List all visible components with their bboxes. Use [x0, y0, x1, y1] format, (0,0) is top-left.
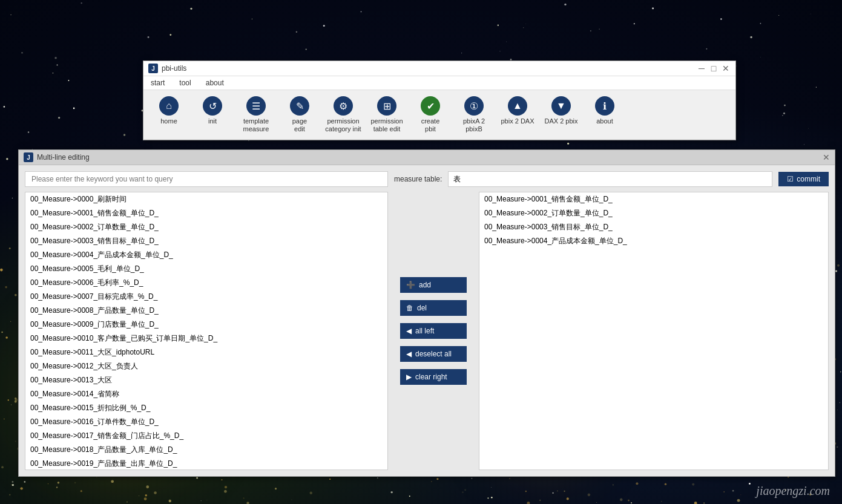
commit-button[interactable]: ☑ commit — [778, 172, 829, 186]
dialog-icon: J — [24, 152, 33, 162]
app-title: pbi-utils — [162, 64, 186, 73]
add-label: add — [419, 281, 431, 289]
menu-bar: start tool about — [143, 76, 735, 90]
list-item[interactable]: 00_Measure->0016_订单件数_单位_D_ — [25, 415, 387, 429]
list-item[interactable]: 00_Measure->0000_刷新时间 — [25, 192, 387, 206]
toolbar-init-label: init — [208, 117, 217, 125]
deselect-all-icon: ◀ — [406, 350, 412, 358]
del-button[interactable]: 🗑 del — [400, 300, 467, 316]
toolbar-page-edit-label: page edit — [292, 117, 307, 133]
clear-right-icon: ▶ — [406, 373, 412, 381]
list-item[interactable]: 00_Measure->0011_大区_idphotoURL — [25, 345, 387, 359]
toolbar-pbix2DAX-label: pbix 2 DAX — [501, 117, 534, 125]
panels-row: 00_Measure->0000_刷新时间00_Measure->0001_销售… — [25, 192, 829, 470]
all-left-button[interactable]: ◀ all left — [400, 323, 467, 339]
home-icon: ⌂ — [159, 96, 179, 116]
right-panel[interactable]: 00_Measure->0001_销售金额_单位_D_00_Measure->0… — [479, 192, 829, 470]
template-measure-icon: ☰ — [246, 96, 266, 116]
menu-tool[interactable]: tool — [177, 77, 193, 88]
left-panel[interactable]: 00_Measure->0000_刷新时间00_Measure->0001_销售… — [25, 192, 388, 470]
list-item[interactable]: 00_Measure->0003_销售目标_单位_D_ — [479, 220, 828, 234]
add-button[interactable]: ➕ add — [400, 277, 467, 293]
dialog-window: J Multi-line editing ✕ measure table: ☑ … — [18, 149, 835, 477]
dialog-title-bar: J Multi-line editing ✕ — [19, 150, 835, 165]
minimize-button[interactable]: ─ — [697, 64, 706, 73]
add-icon: ➕ — [406, 281, 415, 289]
list-item[interactable]: 00_Measure->0010_客户数量_已购买_订单日期_单位_D_ — [25, 332, 387, 345]
toolbar-template-measure-button[interactable]: ☰ template measure — [235, 94, 277, 136]
toolbar-permission-table-edit-label: permission table edit — [370, 117, 403, 133]
middle-panel: ➕ add 🗑 del ◀ all left ◀ deselect all ▶ — [394, 192, 473, 470]
list-item[interactable]: 00_Measure->0013_大区 — [25, 373, 387, 387]
del-label: del — [417, 304, 427, 312]
list-item[interactable]: 00_Measure->0003_销售目标_单位_D_ — [25, 234, 387, 248]
list-item[interactable]: 00_Measure->0008_产品数量_单位_D_ — [25, 304, 387, 318]
toolbar-pbixA2pbixB-label: pbixA 2 pbixB — [455, 117, 493, 133]
search-row: measure table: ☑ commit — [25, 171, 829, 187]
about-icon: ℹ — [595, 96, 614, 116]
clear-right-button[interactable]: ▶ clear right — [400, 369, 467, 385]
toolbar-create-pbit-button[interactable]: ✔ create pbit — [410, 94, 451, 136]
window-controls: ─ □ ✕ — [697, 64, 731, 73]
search-input[interactable] — [25, 171, 388, 187]
toolbar-permission-category-init-label: permission category init — [325, 117, 361, 133]
list-item[interactable]: 00_Measure->0001_销售金额_单位_D_ — [25, 206, 387, 220]
permission-category-init-icon: ⚙ — [334, 96, 353, 116]
list-item[interactable]: 00_Measure->0012_大区_负责人 — [25, 359, 387, 373]
list-item[interactable]: 00_Measure->0009_门店数量_单位_D_ — [25, 318, 387, 332]
measure-table-input[interactable] — [448, 171, 772, 187]
list-item[interactable]: 00_Measure->0017_销售金额_门店占比_%_D_ — [25, 429, 387, 443]
list-item[interactable]: 00_Measure->0002_订单数量_单位_D_ — [479, 206, 828, 220]
list-item[interactable]: 00_Measure->0019_产品数量_出库_单位_D_ — [25, 457, 387, 470]
toolbar-about-label: about — [596, 117, 613, 125]
toolbar-page-edit-button[interactable]: ✎ page edit — [279, 94, 320, 136]
all-left-icon: ◀ — [406, 327, 412, 335]
dialog-close-button[interactable]: ✕ — [823, 152, 830, 162]
list-item[interactable]: 00_Measure->0004_产品成本金额_单位_D_ — [479, 234, 828, 248]
list-item[interactable]: 00_Measure->0014_省简称 — [25, 387, 387, 401]
list-item[interactable]: 00_Measure->0002_订单数量_单位_D_ — [25, 220, 387, 234]
init-icon: ↺ — [203, 96, 222, 116]
list-item[interactable]: 00_Measure->0005_毛利_单位_D_ — [25, 262, 387, 276]
list-item[interactable]: 00_Measure->0018_产品数量_入库_单位_D_ — [25, 443, 387, 457]
toolbar-pbixA2pbixB-button[interactable]: ① pbixA 2 pbixB — [453, 94, 495, 136]
watermark: jiaopengzi.com — [756, 484, 830, 498]
close-button[interactable]: ✕ — [721, 64, 731, 73]
DAX2pbix-icon: ▼ — [551, 96, 571, 116]
list-item[interactable]: 00_Measure->0004_产品成本金额_单位_D_ — [25, 248, 387, 262]
toolbar: ⌂ home ↺ init ☰ template measure ✎ page … — [143, 90, 735, 140]
dialog-title: Multi-line editing — [37, 153, 90, 162]
toolbar-pbix2DAX-button[interactable]: ▲ pbix 2 DAX — [497, 94, 538, 128]
dialog-content: measure table: ☑ commit 00_Measure->0000… — [19, 165, 835, 476]
toolbar-home-button[interactable]: ⌂ home — [148, 94, 189, 128]
title-bar-left: J pbi-utils — [148, 64, 186, 73]
list-item[interactable]: 00_Measure->0001_销售金额_单位_D_ — [479, 192, 828, 206]
toolbar-template-measure-label: template measure — [243, 117, 269, 133]
toolbar-DAX2pbix-button[interactable]: ▼ DAX 2 pbix — [541, 94, 582, 128]
measure-table-label: measure table: — [394, 175, 442, 183]
list-item[interactable]: 00_Measure->0007_目标完成率_%_D_ — [25, 290, 387, 304]
create-pbit-icon: ✔ — [421, 96, 440, 116]
deselect-all-button[interactable]: ◀ deselect all — [400, 346, 467, 362]
deselect-all-label: deselect all — [415, 350, 452, 358]
del-icon: 🗑 — [406, 304, 413, 312]
maximize-button[interactable]: □ — [709, 64, 719, 73]
toolbar-create-pbit-label: create pbit — [421, 117, 440, 133]
toolbar-permission-category-init-button[interactable]: ⚙ permission category init — [323, 94, 364, 136]
toolbar-permission-table-edit-button[interactable]: ⊞ permission table edit — [366, 94, 407, 136]
main-title-bar: J pbi-utils ─ □ ✕ — [143, 61, 735, 76]
list-item[interactable]: 00_Measure->0015_折扣比例_%_D_ — [25, 401, 387, 415]
toolbar-home-label: home — [160, 117, 177, 125]
list-item[interactable]: 00_Measure->0006_毛利率_%_D_ — [25, 276, 387, 290]
commit-icon: ☑ — [787, 175, 794, 183]
menu-start[interactable]: start — [148, 77, 167, 88]
all-left-label: all left — [415, 327, 434, 335]
menu-about[interactable]: about — [203, 77, 226, 88]
toolbar-about-button[interactable]: ℹ about — [584, 94, 625, 128]
commit-label: commit — [797, 175, 820, 183]
app-icon: J — [148, 64, 158, 73]
pbixA2pbixB-icon: ① — [464, 96, 484, 116]
page-edit-icon: ✎ — [290, 96, 309, 116]
toolbar-init-button[interactable]: ↺ init — [192, 94, 233, 128]
clear-right-label: clear right — [415, 373, 447, 381]
